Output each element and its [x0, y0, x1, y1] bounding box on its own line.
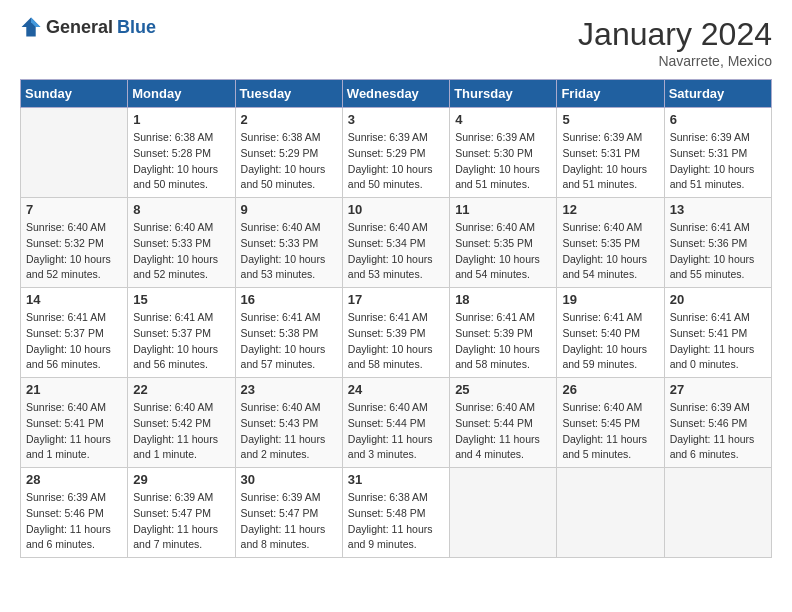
day-info: Sunrise: 6:40 AMSunset: 5:42 PMDaylight:… [133, 400, 229, 463]
day-number: 12 [562, 202, 658, 217]
logo: GeneralBlue [20, 16, 156, 38]
day-info: Sunrise: 6:40 AMSunset: 5:45 PMDaylight:… [562, 400, 658, 463]
day-info: Sunrise: 6:41 AMSunset: 5:37 PMDaylight:… [26, 310, 122, 373]
day-number: 10 [348, 202, 444, 217]
day-number: 2 [241, 112, 337, 127]
day-info: Sunrise: 6:38 AMSunset: 5:28 PMDaylight:… [133, 130, 229, 193]
calendar-cell: 24Sunrise: 6:40 AMSunset: 5:44 PMDayligh… [342, 378, 449, 468]
calendar-week-row: 21Sunrise: 6:40 AMSunset: 5:41 PMDayligh… [21, 378, 772, 468]
day-number: 29 [133, 472, 229, 487]
day-info: Sunrise: 6:39 AMSunset: 5:29 PMDaylight:… [348, 130, 444, 193]
calendar-cell: 16Sunrise: 6:41 AMSunset: 5:38 PMDayligh… [235, 288, 342, 378]
day-number: 13 [670, 202, 766, 217]
calendar-cell [664, 468, 771, 558]
calendar-cell: 18Sunrise: 6:41 AMSunset: 5:39 PMDayligh… [450, 288, 557, 378]
day-info: Sunrise: 6:39 AMSunset: 5:47 PMDaylight:… [241, 490, 337, 553]
day-info: Sunrise: 6:41 AMSunset: 5:36 PMDaylight:… [670, 220, 766, 283]
calendar-cell: 6Sunrise: 6:39 AMSunset: 5:31 PMDaylight… [664, 108, 771, 198]
day-info: Sunrise: 6:40 AMSunset: 5:34 PMDaylight:… [348, 220, 444, 283]
calendar-cell: 28Sunrise: 6:39 AMSunset: 5:46 PMDayligh… [21, 468, 128, 558]
day-number: 16 [241, 292, 337, 307]
calendar-cell: 29Sunrise: 6:39 AMSunset: 5:47 PMDayligh… [128, 468, 235, 558]
calendar-cell: 23Sunrise: 6:40 AMSunset: 5:43 PMDayligh… [235, 378, 342, 468]
day-number: 4 [455, 112, 551, 127]
logo-text-general: General [46, 17, 113, 38]
day-info: Sunrise: 6:41 AMSunset: 5:39 PMDaylight:… [348, 310, 444, 373]
location-subtitle: Navarrete, Mexico [578, 53, 772, 69]
calendar-cell: 22Sunrise: 6:40 AMSunset: 5:42 PMDayligh… [128, 378, 235, 468]
calendar-cell: 9Sunrise: 6:40 AMSunset: 5:33 PMDaylight… [235, 198, 342, 288]
calendar-cell: 20Sunrise: 6:41 AMSunset: 5:41 PMDayligh… [664, 288, 771, 378]
calendar-cell [450, 468, 557, 558]
day-info: Sunrise: 6:39 AMSunset: 5:46 PMDaylight:… [26, 490, 122, 553]
calendar-cell: 4Sunrise: 6:39 AMSunset: 5:30 PMDaylight… [450, 108, 557, 198]
day-number: 26 [562, 382, 658, 397]
calendar-cell: 3Sunrise: 6:39 AMSunset: 5:29 PMDaylight… [342, 108, 449, 198]
calendar-cell: 19Sunrise: 6:41 AMSunset: 5:40 PMDayligh… [557, 288, 664, 378]
day-info: Sunrise: 6:40 AMSunset: 5:33 PMDaylight:… [133, 220, 229, 283]
calendar-cell: 10Sunrise: 6:40 AMSunset: 5:34 PMDayligh… [342, 198, 449, 288]
day-info: Sunrise: 6:41 AMSunset: 5:37 PMDaylight:… [133, 310, 229, 373]
calendar-cell: 25Sunrise: 6:40 AMSunset: 5:44 PMDayligh… [450, 378, 557, 468]
calendar-cell: 5Sunrise: 6:39 AMSunset: 5:31 PMDaylight… [557, 108, 664, 198]
day-info: Sunrise: 6:40 AMSunset: 5:33 PMDaylight:… [241, 220, 337, 283]
day-info: Sunrise: 6:38 AMSunset: 5:48 PMDaylight:… [348, 490, 444, 553]
logo-icon [20, 16, 42, 38]
calendar-cell: 11Sunrise: 6:40 AMSunset: 5:35 PMDayligh… [450, 198, 557, 288]
day-number: 25 [455, 382, 551, 397]
day-info: Sunrise: 6:40 AMSunset: 5:32 PMDaylight:… [26, 220, 122, 283]
calendar-cell: 27Sunrise: 6:39 AMSunset: 5:46 PMDayligh… [664, 378, 771, 468]
day-number: 30 [241, 472, 337, 487]
day-info: Sunrise: 6:39 AMSunset: 5:30 PMDaylight:… [455, 130, 551, 193]
day-info: Sunrise: 6:40 AMSunset: 5:35 PMDaylight:… [562, 220, 658, 283]
column-header-thursday: Thursday [450, 80, 557, 108]
column-header-tuesday: Tuesday [235, 80, 342, 108]
calendar-cell: 26Sunrise: 6:40 AMSunset: 5:45 PMDayligh… [557, 378, 664, 468]
day-info: Sunrise: 6:39 AMSunset: 5:31 PMDaylight:… [562, 130, 658, 193]
day-number: 23 [241, 382, 337, 397]
calendar-week-row: 7Sunrise: 6:40 AMSunset: 5:32 PMDaylight… [21, 198, 772, 288]
day-number: 31 [348, 472, 444, 487]
logo-text-blue: Blue [117, 17, 156, 38]
calendar-cell: 30Sunrise: 6:39 AMSunset: 5:47 PMDayligh… [235, 468, 342, 558]
day-info: Sunrise: 6:40 AMSunset: 5:41 PMDaylight:… [26, 400, 122, 463]
day-info: Sunrise: 6:41 AMSunset: 5:40 PMDaylight:… [562, 310, 658, 373]
day-info: Sunrise: 6:39 AMSunset: 5:31 PMDaylight:… [670, 130, 766, 193]
calendar-cell: 21Sunrise: 6:40 AMSunset: 5:41 PMDayligh… [21, 378, 128, 468]
calendar-cell: 17Sunrise: 6:41 AMSunset: 5:39 PMDayligh… [342, 288, 449, 378]
calendar-cell: 15Sunrise: 6:41 AMSunset: 5:37 PMDayligh… [128, 288, 235, 378]
day-number: 24 [348, 382, 444, 397]
column-header-saturday: Saturday [664, 80, 771, 108]
day-number: 11 [455, 202, 551, 217]
day-info: Sunrise: 6:40 AMSunset: 5:43 PMDaylight:… [241, 400, 337, 463]
day-info: Sunrise: 6:41 AMSunset: 5:38 PMDaylight:… [241, 310, 337, 373]
calendar-week-row: 14Sunrise: 6:41 AMSunset: 5:37 PMDayligh… [21, 288, 772, 378]
day-number: 7 [26, 202, 122, 217]
day-number: 20 [670, 292, 766, 307]
calendar-cell: 2Sunrise: 6:38 AMSunset: 5:29 PMDaylight… [235, 108, 342, 198]
calendar-header-row: SundayMondayTuesdayWednesdayThursdayFrid… [21, 80, 772, 108]
column-header-monday: Monday [128, 80, 235, 108]
calendar-table: SundayMondayTuesdayWednesdayThursdayFrid… [20, 79, 772, 558]
day-info: Sunrise: 6:41 AMSunset: 5:41 PMDaylight:… [670, 310, 766, 373]
column-header-sunday: Sunday [21, 80, 128, 108]
calendar-cell [557, 468, 664, 558]
day-number: 18 [455, 292, 551, 307]
day-info: Sunrise: 6:40 AMSunset: 5:44 PMDaylight:… [455, 400, 551, 463]
day-info: Sunrise: 6:38 AMSunset: 5:29 PMDaylight:… [241, 130, 337, 193]
title-block: January 2024 Navarrete, Mexico [578, 16, 772, 69]
month-title: January 2024 [578, 16, 772, 53]
calendar-cell: 1Sunrise: 6:38 AMSunset: 5:28 PMDaylight… [128, 108, 235, 198]
day-number: 19 [562, 292, 658, 307]
day-number: 5 [562, 112, 658, 127]
calendar-cell: 8Sunrise: 6:40 AMSunset: 5:33 PMDaylight… [128, 198, 235, 288]
calendar-cell: 13Sunrise: 6:41 AMSunset: 5:36 PMDayligh… [664, 198, 771, 288]
column-header-wednesday: Wednesday [342, 80, 449, 108]
day-number: 3 [348, 112, 444, 127]
calendar-cell: 7Sunrise: 6:40 AMSunset: 5:32 PMDaylight… [21, 198, 128, 288]
calendar-week-row: 28Sunrise: 6:39 AMSunset: 5:46 PMDayligh… [21, 468, 772, 558]
calendar-cell: 12Sunrise: 6:40 AMSunset: 5:35 PMDayligh… [557, 198, 664, 288]
calendar-week-row: 1Sunrise: 6:38 AMSunset: 5:28 PMDaylight… [21, 108, 772, 198]
day-info: Sunrise: 6:39 AMSunset: 5:46 PMDaylight:… [670, 400, 766, 463]
calendar-cell: 14Sunrise: 6:41 AMSunset: 5:37 PMDayligh… [21, 288, 128, 378]
